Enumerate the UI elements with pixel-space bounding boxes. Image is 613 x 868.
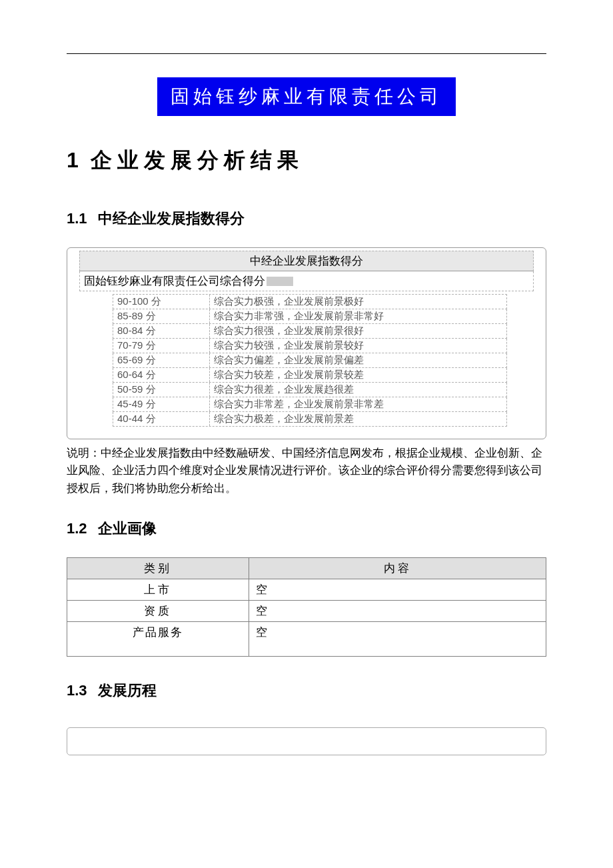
score-row: 90-100 分 综合实力极强，企业发展前景极好 <box>113 294 507 309</box>
profile-header-content: 内容 <box>249 558 546 579</box>
score-row: 65-69 分 综合实力偏差，企业发展前景偏差 <box>113 353 507 368</box>
section-1-1-heading: 1.1中经企业发展指数得分 <box>67 209 546 229</box>
section-1-2-number: 1.2 <box>67 520 87 537</box>
table-row: 资质 空 <box>67 601 546 622</box>
score-desc: 综合实力极差，企业发展前景差 <box>210 412 506 426</box>
score-company-row: 固始钰纱麻业有限责任公司综合得分 <box>79 271 534 291</box>
score-row: 45-49 分 综合实力非常差，企业发展前景非常差 <box>113 397 507 412</box>
score-range: 90-100 分 <box>113 295 210 309</box>
score-row: 70-79 分 综合实力较强，企业发展前景较好 <box>113 339 507 353</box>
score-range: 80-84 分 <box>113 324 210 338</box>
score-note: 说明：中经企业发展指数由中经数融研发、中国经济信息网发布，根据企业规模、企业创新… <box>67 445 546 497</box>
section-1-3-number: 1.3 <box>67 682 87 699</box>
section-1-1-number: 1.1 <box>67 210 87 227</box>
section-1-3-heading: 1.3发展历程 <box>67 681 546 701</box>
profile-content: 空 <box>249 579 546 601</box>
profile-header-category: 类别 <box>67 558 249 579</box>
section-1-3-title: 发展历程 <box>98 682 157 699</box>
table-row: 上市 空 <box>67 579 546 601</box>
profile-category: 资质 <box>67 601 249 622</box>
score-desc: 综合实力很差，企业发展趋很差 <box>210 383 506 397</box>
section-1-2-heading: 1.2企业画像 <box>67 519 546 539</box>
score-range: 50-59 分 <box>113 383 210 397</box>
score-desc: 综合实力非常差，企业发展前景非常差 <box>210 397 506 411</box>
profile-category: 上市 <box>67 579 249 601</box>
score-row: 60-64 分 综合实力较差，企业发展前景较差 <box>113 368 507 383</box>
score-range: 40-44 分 <box>113 412 210 426</box>
profile-table: 类别 内容 上市 空 资质 空 产品服务 空 <box>67 557 546 657</box>
score-box: 中经企业发展指数得分 固始钰纱麻业有限责任公司综合得分 90-100 分 综合实… <box>67 247 546 439</box>
score-desc: 综合实力较差，企业发展前景较差 <box>210 368 506 382</box>
top-divider <box>67 53 546 54</box>
score-row: 50-59 分 综合实力很差，企业发展趋很差 <box>113 383 507 397</box>
score-range: 60-64 分 <box>113 368 210 382</box>
profile-content: 空 <box>249 622 546 657</box>
company-banner: 固始钰纱麻业有限责任公司 <box>157 77 456 116</box>
score-range: 70-79 分 <box>113 339 210 353</box>
section-1-heading: 1企业发展分析结果 <box>67 146 546 175</box>
section-1-2-title: 企业画像 <box>98 520 157 537</box>
table-row: 产品服务 空 <box>67 622 546 657</box>
score-ranges-table: 90-100 分 综合实力极强，企业发展前景极好 85-89 分 综合实力非常强… <box>113 294 507 427</box>
profile-content: 空 <box>249 601 546 622</box>
section-1-number: 1 <box>67 148 79 172</box>
history-empty-box <box>67 727 546 755</box>
score-range: 65-69 分 <box>113 353 210 367</box>
score-row: 85-89 分 综合实力非常强，企业发展前景非常好 <box>113 309 507 324</box>
section-1-1-title: 中经企业发展指数得分 <box>98 210 245 227</box>
section-1-title: 企业发展分析结果 <box>91 148 304 172</box>
redacted-score <box>267 277 293 286</box>
score-row: 80-84 分 综合实力很强，企业发展前景很好 <box>113 324 507 339</box>
score-range: 45-49 分 <box>113 397 210 411</box>
score-desc: 综合实力较强，企业发展前景较好 <box>210 339 506 353</box>
score-desc: 综合实力非常强，企业发展前景非常好 <box>210 309 506 323</box>
score-desc: 综合实力极强，企业发展前景极好 <box>210 295 506 309</box>
score-row: 40-44 分 综合实力极差，企业发展前景差 <box>113 412 507 427</box>
score-desc: 综合实力很强，企业发展前景很好 <box>210 324 506 338</box>
score-range: 85-89 分 <box>113 309 210 323</box>
profile-category: 产品服务 <box>67 622 249 657</box>
score-desc: 综合实力偏差，企业发展前景偏差 <box>210 353 506 367</box>
score-box-title: 中经企业发展指数得分 <box>79 251 534 271</box>
score-company-label: 固始钰纱麻业有限责任公司综合得分 <box>84 273 265 289</box>
